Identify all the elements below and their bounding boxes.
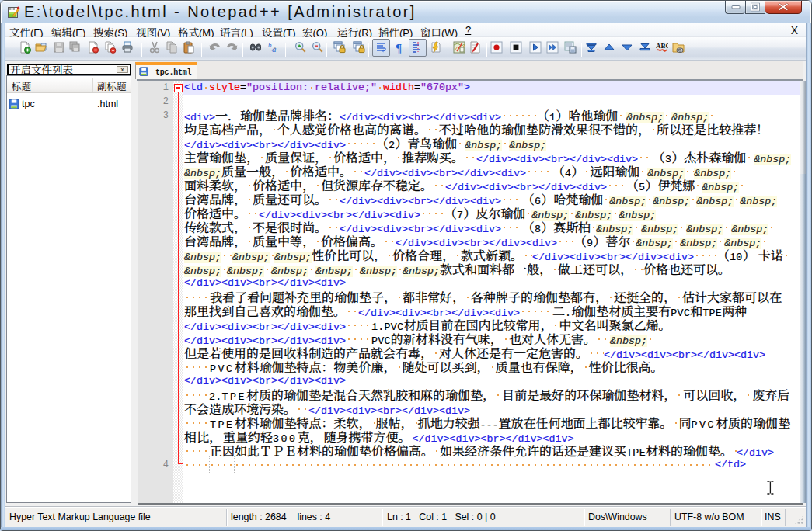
svg-text:ABC: ABC <box>656 42 668 50</box>
svg-text:¶: ¶ <box>396 42 402 54</box>
